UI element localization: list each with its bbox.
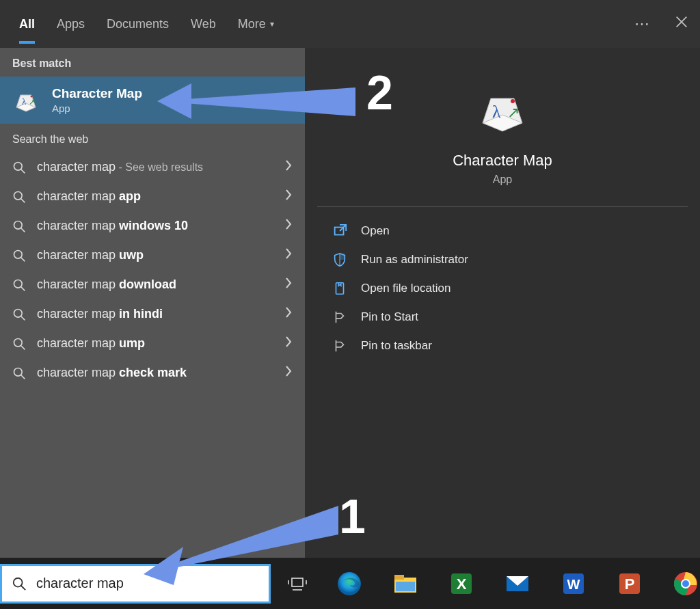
tab-all-label: All: [19, 17, 35, 31]
detail-divider: [317, 206, 688, 207]
search-icon: [12, 337, 26, 351]
options-ellipsis-button[interactable]: ⋯: [634, 15, 649, 33]
web-result-text: character map app: [37, 189, 273, 204]
web-result-text: character map download: [37, 278, 273, 292]
chevron-down-icon: ▾: [270, 19, 274, 29]
tab-web[interactable]: Web: [191, 0, 216, 48]
pin-icon: [332, 338, 347, 353]
search-icon: [12, 249, 26, 262]
action-run-admin[interactable]: Run as administrator: [305, 245, 700, 274]
search-input[interactable]: [36, 576, 259, 591]
taskbar-app-edge[interactable]: [335, 569, 364, 598]
tab-apps-label: Apps: [57, 17, 85, 31]
chevron-right-icon: [284, 306, 293, 322]
open-icon: [332, 224, 347, 239]
svg-rect-27: [340, 254, 345, 260]
web-result-item[interactable]: character map uwp: [0, 241, 305, 270]
svg-point-15: [14, 309, 23, 317]
web-result-item[interactable]: character map check mark: [0, 358, 305, 388]
svg-point-17: [14, 338, 23, 347]
taskbar-app-word[interactable]: W: [559, 569, 588, 598]
svg-point-25: [511, 99, 515, 103]
search-filter-tabs-bar: All Apps Documents Web More ▾ ⋯: [0, 0, 700, 48]
web-result-text: character map in hindi: [37, 307, 273, 321]
taskbar-app-powerpoint[interactable]: P: [615, 569, 644, 598]
tab-more[interactable]: More ▾: [238, 0, 274, 48]
admin-shield-icon: [332, 252, 347, 267]
close-button[interactable]: [674, 14, 689, 33]
svg-point-9: [14, 221, 23, 229]
taskbar-search-box[interactable]: [0, 564, 271, 604]
search-icon: [12, 308, 26, 321]
results-list-panel: Best match λ ↗ Character Map App Search …: [0, 48, 305, 558]
web-result-item[interactable]: character map ump: [0, 329, 305, 358]
taskbar: X W P: [0, 558, 700, 609]
web-result-text: character map check mark: [37, 366, 273, 380]
taskbar-app-mail[interactable]: [503, 569, 532, 598]
action-pin-start[interactable]: Pin to Start: [305, 303, 700, 331]
search-icon: [12, 219, 26, 233]
pin-icon: [332, 310, 347, 325]
action-pin-taskbar[interactable]: Pin to taskbar: [305, 331, 700, 360]
svg-line-14: [21, 286, 25, 290]
svg-line-12: [21, 257, 25, 261]
result-detail-panel: λ ↗ Character Map App Open Run as admini: [305, 48, 700, 558]
character-map-app-icon: λ ↗: [12, 87, 40, 114]
action-open-location[interactable]: Open file location: [305, 274, 700, 303]
svg-line-20: [21, 375, 25, 379]
detail-title: Character Map: [453, 152, 552, 170]
taskbar-app-chrome[interactable]: [671, 569, 700, 598]
svg-text:λ: λ: [22, 96, 27, 107]
svg-text:X: X: [457, 576, 467, 593]
svg-point-13: [14, 280, 23, 288]
action-open-label: Open: [361, 224, 390, 238]
web-result-item[interactable]: character map download: [0, 270, 305, 299]
chevron-right-icon: [284, 277, 293, 293]
svg-text:↗: ↗: [507, 104, 520, 121]
folder-location-icon: [332, 281, 347, 296]
best-match-title: Character Map: [52, 86, 142, 101]
search-icon: [12, 576, 27, 591]
svg-text:λ: λ: [492, 102, 501, 122]
chevron-right-icon: [284, 247, 293, 263]
tab-documents-label: Documents: [107, 17, 169, 31]
svg-point-5: [14, 162, 23, 170]
close-icon: [674, 14, 689, 29]
web-result-item[interactable]: character map - See web results: [0, 152, 305, 182]
chevron-right-icon: [284, 218, 293, 234]
web-result-text: character map - See web results: [37, 160, 273, 174]
web-result-text: character map uwp: [37, 248, 273, 262]
svg-line-16: [21, 316, 25, 320]
action-location-label: Open file location: [361, 282, 450, 295]
taskbar-app-excel[interactable]: X: [447, 569, 476, 598]
action-admin-label: Run as administrator: [361, 253, 468, 267]
tab-apps[interactable]: Apps: [57, 0, 85, 48]
svg-line-8: [21, 198, 25, 202]
character-map-large-icon: λ ↗: [477, 86, 528, 137]
web-result-item[interactable]: character map windows 10: [0, 211, 305, 241]
best-match-result[interactable]: λ ↗ Character Map App: [0, 77, 305, 124]
svg-line-10: [21, 228, 25, 232]
tab-web-label: Web: [191, 17, 216, 31]
web-result-item[interactable]: character map app: [0, 182, 305, 211]
svg-point-19: [14, 368, 23, 376]
taskbar-app-file-explorer[interactable]: [391, 569, 420, 598]
search-icon: [12, 190, 26, 204]
svg-rect-31: [292, 578, 303, 586]
web-result-item[interactable]: character map in hindi: [0, 299, 305, 329]
svg-line-6: [21, 169, 25, 173]
chevron-right-icon: [284, 159, 293, 175]
svg-text:↗: ↗: [29, 97, 36, 107]
task-view-button[interactable]: [287, 573, 308, 594]
tab-more-label: More: [238, 17, 266, 31]
action-open[interactable]: Open: [305, 217, 700, 245]
svg-point-4: [31, 95, 33, 97]
web-result-text: character map ump: [37, 336, 273, 351]
chevron-right-icon: [284, 336, 293, 351]
best-match-heading: Best match: [0, 48, 305, 77]
svg-point-29: [14, 578, 23, 586]
tab-all[interactable]: All: [19, 0, 35, 48]
svg-point-7: [14, 191, 23, 200]
tab-documents[interactable]: Documents: [107, 0, 169, 48]
search-web-heading: Search the web: [0, 124, 305, 152]
